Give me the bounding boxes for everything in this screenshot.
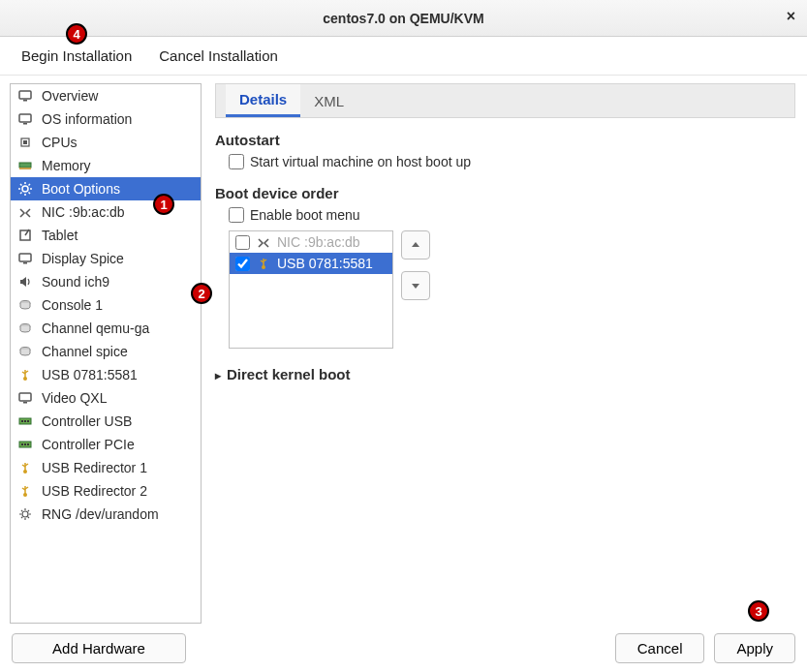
add-hardware-button[interactable]: Add Hardware — [12, 633, 186, 663]
boot-order-section: Boot device order Enable boot menu NIC :… — [215, 185, 795, 349]
sidebar-item-sound-ich9[interactable]: Sound ich9 — [11, 270, 201, 293]
svg-line-16 — [29, 184, 31, 186]
sidebar-item-label: USB Redirector 2 — [42, 483, 147, 499]
sidebar-item-label: Controller USB — [42, 413, 132, 429]
sound-icon — [16, 273, 34, 290]
sidebar-item-os-information[interactable]: OS information — [11, 107, 201, 131]
monitor-icon — [16, 250, 34, 267]
apply-button[interactable]: Apply — [714, 633, 795, 663]
sidebar-item-memory[interactable]: Memory — [11, 154, 201, 177]
cancel-button[interactable]: Cancel — [615, 633, 705, 663]
svg-rect-31 — [21, 420, 23, 422]
sidebar-item-label: Display Spice — [42, 251, 124, 266]
top-actions: Begin Installation Cancel Installation — [0, 37, 807, 76]
console-icon — [16, 296, 34, 314]
details-tabs: Details XML — [215, 83, 795, 118]
close-icon[interactable]: × — [787, 8, 795, 25]
svg-rect-32 — [24, 420, 26, 422]
boot-reorder-buttons — [401, 230, 430, 300]
svg-point-8 — [22, 186, 28, 192]
usb-icon — [256, 256, 271, 271]
svg-rect-33 — [27, 420, 29, 422]
sidebar-item-label: Video QXL — [42, 390, 107, 406]
boot-device-row[interactable]: USB 0781:5581 — [230, 253, 392, 274]
svg-rect-1 — [23, 100, 27, 102]
svg-rect-20 — [23, 262, 27, 264]
sidebar-item-label: Console 1 — [42, 297, 103, 313]
console-icon — [16, 343, 34, 360]
sidebar-item-cpus[interactable]: CPUs — [11, 131, 201, 154]
sidebar-item-label: Channel spice — [42, 344, 128, 359]
enable-boot-menu-row[interactable]: Enable boot menu — [229, 205, 795, 225]
tab-xml[interactable]: XML — [300, 84, 357, 117]
svg-rect-37 — [27, 443, 29, 445]
main-panel: Details XML Autostart Start virtual mach… — [202, 76, 807, 624]
annotation-badge-1: 1 — [153, 194, 174, 215]
enable-boot-menu-label: Enable boot menu — [250, 207, 360, 223]
nic-icon — [16, 203, 34, 221]
svg-rect-19 — [19, 254, 31, 261]
annotation-badge-3: 3 — [748, 600, 769, 622]
autostart-checkbox-row[interactable]: Start virtual machine on host boot up — [229, 152, 795, 171]
tab-details[interactable]: Details — [226, 84, 300, 117]
move-up-button[interactable] — [401, 230, 430, 260]
sidebar-item-overview[interactable]: Overview — [11, 84, 201, 107]
rng-icon — [16, 505, 34, 523]
sidebar-item-label: Tablet — [42, 228, 78, 243]
window-title: centos7.0 on QEMU/KVM — [323, 11, 483, 26]
svg-point-46 — [22, 511, 28, 517]
svg-line-15 — [20, 193, 22, 195]
sidebar-item-usb-redirector-1[interactable]: USB Redirector 1 — [11, 456, 201, 479]
monitor-icon — [16, 87, 34, 105]
sidebar-item-usb-redirector-2[interactable]: USB Redirector 2 — [11, 479, 201, 503]
monitor-icon — [16, 110, 34, 128]
sidebar-item-label: USB Redirector 1 — [42, 460, 147, 475]
window-titlebar: centos7.0 on QEMU/KVM × — [0, 0, 807, 37]
tablet-icon — [16, 227, 34, 244]
gear-icon — [16, 180, 34, 198]
sidebar-item-console-1[interactable]: Console 1 — [11, 293, 201, 317]
sidebar-item-video-qxl[interactable]: Video QXL — [11, 386, 201, 410]
sidebar-item-display-spice[interactable]: Display Spice — [11, 247, 201, 270]
memory-icon — [16, 157, 34, 174]
sidebar-item-controller-usb[interactable]: Controller USB — [11, 410, 201, 433]
cpu-icon — [16, 134, 34, 151]
sidebar-item-controller-pcie[interactable]: Controller PCIe — [11, 433, 201, 456]
sidebar-item-channel-spice[interactable]: Channel spice — [11, 340, 201, 363]
svg-rect-28 — [19, 393, 31, 401]
svg-rect-35 — [21, 443, 23, 445]
boot-device-label: NIC :9b:ac:db — [277, 234, 360, 250]
footer: Add Hardware Cancel Apply — [0, 624, 807, 672]
sidebar-item-tablet[interactable]: Tablet — [11, 224, 201, 247]
usb-icon — [16, 482, 34, 500]
sidebar-item-channel-qemu-ga[interactable]: Channel qemu-ga — [11, 317, 201, 340]
svg-rect-6 — [19, 163, 31, 168]
begin-installation-button[interactable]: Begin Installation — [21, 47, 132, 64]
autostart-title: Autostart — [215, 132, 795, 148]
enable-boot-menu-checkbox[interactable] — [229, 207, 244, 223]
boot-device-row[interactable]: NIC :9b:ac:db — [230, 231, 392, 253]
usb-icon — [16, 366, 34, 383]
boot-device-checkbox[interactable] — [235, 235, 250, 250]
svg-rect-0 — [19, 91, 31, 99]
svg-rect-7 — [19, 168, 31, 169]
boot-device-list[interactable]: NIC :9b:ac:dbUSB 0781:5581 — [229, 230, 393, 349]
boot-device-checkbox[interactable] — [235, 257, 250, 271]
sidebar-item-rng-dev-urandom[interactable]: RNG /dev/urandom — [11, 503, 201, 526]
svg-rect-5 — [23, 140, 27, 144]
autostart-label: Start virtual machine on host boot up — [250, 154, 471, 169]
move-down-button[interactable] — [401, 271, 430, 300]
usb-icon — [16, 459, 34, 476]
sidebar-item-usb-0781-5581[interactable]: USB 0781:5581 — [11, 363, 201, 386]
cancel-installation-button[interactable]: Cancel Installation — [159, 47, 278, 64]
sidebar-item-label: CPUs — [42, 135, 78, 150]
boot-device-label: USB 0781:5581 — [277, 256, 373, 271]
sidebar-item-label: USB 0781:5581 — [42, 367, 138, 382]
annotation-badge-2: 2 — [191, 283, 212, 304]
hardware-sidebar: OverviewOS informationCPUsMemoryBoot Opt… — [10, 83, 202, 624]
sidebar-item-label: OS information — [42, 111, 132, 127]
svg-rect-29 — [23, 402, 27, 404]
direct-kernel-boot-toggle[interactable]: Direct kernel boot — [215, 366, 795, 382]
autostart-checkbox[interactable] — [229, 154, 244, 169]
svg-rect-2 — [19, 114, 31, 122]
